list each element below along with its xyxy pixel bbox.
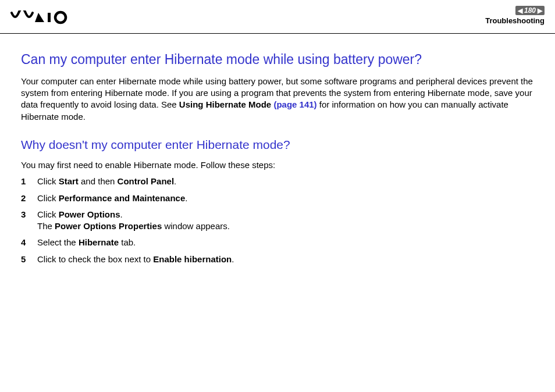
step-1: Click Start and then Control Panel. [21, 176, 534, 187]
text-run: tab. [119, 237, 136, 247]
text-run: Click [37, 176, 59, 186]
text-run: Click [37, 193, 59, 203]
page-header: ◀ 180 ▶ Troubleshooting [0, 0, 555, 34]
step-3-sub: The Power Options Properties window appe… [37, 220, 534, 232]
control-panel-label: Control Panel [118, 176, 175, 186]
enable-hibernation-label: Enable hibernation [153, 254, 232, 264]
hibernate-tab-label: Hibernate [79, 237, 119, 247]
step-3: Click Power Options. The Power Options P… [21, 209, 534, 233]
question-1-heading: Can my computer enter Hibernate mode whi… [21, 51, 534, 69]
step-2: Click Performance and Maintenance. [21, 193, 534, 204]
start-label: Start [59, 176, 79, 186]
text-run: Click to check the box next to [37, 254, 153, 264]
hibernate-mode-ref: Using Hibernate Mode [179, 99, 274, 109]
prev-page-arrow-icon[interactable]: ◀ [518, 7, 522, 15]
text-run: window appears. [162, 221, 230, 231]
svg-point-1 [55, 12, 66, 23]
answer-1-paragraph: Your computer can enter Hibernate mode w… [21, 76, 534, 123]
vaio-logo [10, 10, 74, 27]
text-run: . [174, 176, 176, 186]
perf-maint-label: Performance and Maintenance [59, 193, 186, 203]
text-run: The [37, 221, 55, 231]
text-run: and then [79, 176, 118, 186]
text-run: . [232, 254, 234, 264]
power-options-props-label: Power Options Properties [55, 221, 162, 231]
svg-rect-0 [48, 13, 51, 22]
page-navigation[interactable]: ◀ 180 ▶ [515, 6, 545, 15]
next-page-arrow-icon[interactable]: ▶ [538, 7, 542, 15]
text-run: Select the [37, 237, 79, 247]
power-options-label: Power Options [59, 209, 120, 219]
text-run: . [120, 209, 123, 219]
steps-list: Click Start and then Control Panel. Clic… [21, 176, 534, 265]
text-run: Click [37, 209, 59, 219]
vaio-logo-svg [10, 10, 74, 24]
question-2-heading: Why doesn't my computer enter Hibernate … [21, 137, 534, 152]
step-4: Select the Hibernate tab. [21, 237, 534, 248]
step-5: Click to check the box next to Enable hi… [21, 254, 534, 265]
answer-2-intro: You may first need to enable Hibernate m… [21, 159, 534, 171]
page-content: Can my computer enter Hibernate mode whi… [0, 34, 555, 281]
text-run: . [185, 193, 187, 203]
header-right: ◀ 180 ▶ Troubleshooting [485, 6, 545, 25]
section-label: Troubleshooting [485, 16, 545, 25]
page-number: 180 [524, 6, 536, 15]
page-ref-link[interactable]: (page 141) [273, 99, 316, 109]
